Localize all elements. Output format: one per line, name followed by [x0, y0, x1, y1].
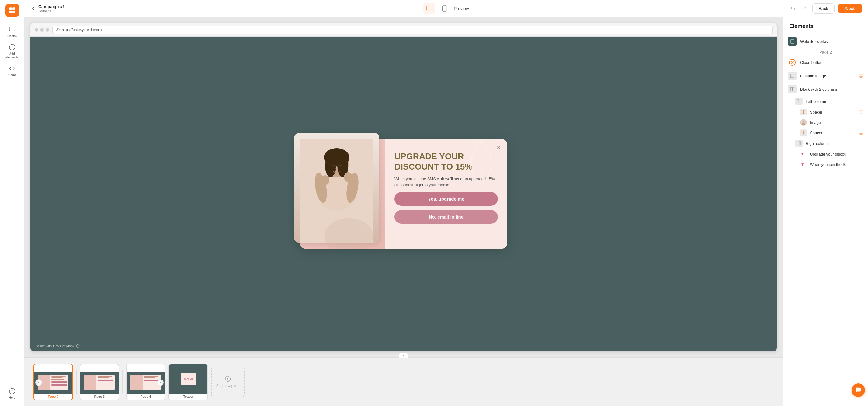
spacer-1-device-icon: [859, 110, 863, 114]
page-2-menu-btn[interactable]: ···: [67, 366, 70, 370]
back-btn[interactable]: Back: [812, 3, 835, 14]
sidebar-item-add-elements[interactable]: Add elements: [0, 41, 24, 62]
plus-circle-icon: [225, 376, 231, 382]
when-join-text-icon: T: [800, 161, 807, 168]
columns-icon-svg: [790, 87, 795, 92]
main-area: Campaign #1 Variant 1 Preview: [24, 0, 868, 406]
svg-rect-15: [442, 5, 446, 11]
page-2-thumb-header: ···: [34, 364, 72, 372]
svg-rect-43: [859, 111, 863, 113]
left-col-icon-svg: [797, 99, 801, 104]
text-icon-svg: T: [801, 151, 806, 156]
desktop-device-btn[interactable]: [423, 3, 435, 14]
block-columns-icon: [788, 85, 797, 93]
website-overlay-icon: [788, 37, 797, 46]
image-icon-svg: [790, 74, 795, 78]
element-floating-image[interactable]: Floating image: [783, 69, 868, 83]
mobile-device-btn[interactable]: [439, 3, 450, 14]
page-2-thumb[interactable]: ···: [33, 364, 73, 400]
browser-mockup: https://enter.your.domain ✕: [30, 23, 777, 351]
spacer-icon-svg: [801, 110, 806, 114]
page-4-nav-next[interactable]: [157, 379, 164, 386]
element-spacer-1[interactable]: Spacer: [783, 107, 868, 117]
add-elements-label: Add elements: [2, 52, 22, 59]
browser-bar: https://enter.your.domain: [30, 23, 777, 36]
undo-btn[interactable]: [788, 4, 798, 13]
page-2-section-label: Page 2: [783, 48, 868, 56]
sidebar-item-help[interactable]: Help: [6, 385, 18, 402]
back-nav-btn[interactable]: [30, 6, 36, 11]
page-4-label: Page 4: [126, 394, 165, 400]
element-left-column[interactable]: Left column: [783, 96, 868, 107]
svg-rect-2: [9, 11, 12, 13]
spacer-2-icon-svg: [801, 130, 806, 135]
block-2-columns-label: Block with 2 columns: [800, 87, 863, 92]
element-image[interactable]: Image: [783, 117, 868, 127]
page-3-thumb[interactable]: ···: [80, 364, 119, 400]
redo-btn[interactable]: [799, 4, 809, 13]
popup-secondary-btn[interactable]: No, email is fine: [395, 210, 498, 224]
page-4-thumb-image: [126, 372, 165, 394]
sidebar-item-code[interactable]: Code: [0, 62, 24, 80]
popup-headline: UPGRADE YOUR DISCOUNT TO 15%: [395, 151, 498, 172]
element-close-button[interactable]: ✕ Close button: [783, 56, 868, 69]
page-3-popup-mini: [84, 375, 115, 390]
upgrade-text-icon: T: [800, 151, 807, 157]
element-right-column[interactable]: Right column: [783, 138, 868, 149]
svg-rect-52: [799, 142, 801, 145]
undo-icon: [790, 6, 796, 11]
add-page-label: Add new page: [216, 384, 240, 388]
sidebar-item-display[interactable]: Display: [0, 23, 24, 41]
right-column-label: Right column: [806, 141, 863, 146]
page-3-menu-btn[interactable]: ···: [113, 366, 117, 370]
pages-toggle-btn[interactable]: [399, 353, 408, 357]
browser-url-bar[interactable]: https://enter.your.domain: [52, 26, 773, 34]
teaser-thumb[interactable]: TEASER Teaser: [168, 364, 208, 400]
panel-bottom-divider: [788, 171, 863, 171]
content-area: https://enter.your.domain ✕: [24, 17, 868, 406]
popup-close-btn[interactable]: ✕: [494, 143, 503, 152]
spacer-2-label: Spacer: [810, 130, 856, 135]
svg-rect-36: [859, 74, 863, 77]
popup-body-text: When you join the SMS club we'll send an…: [395, 176, 498, 188]
browser-dot-2: [40, 28, 44, 32]
page-3-label: Page 3: [80, 394, 119, 400]
popup-primary-btn[interactable]: Yes, upgrade me: [395, 192, 498, 206]
spacer-1-icon: [800, 109, 807, 115]
campaign-content: ✕: [30, 36, 777, 351]
topbar-title: Campaign #1 Variant 1: [38, 4, 65, 13]
back-chevron-icon: [30, 6, 36, 11]
element-spacer-2[interactable]: Spacer: [783, 127, 868, 138]
element-website-overlay[interactable]: Website overlay: [783, 35, 868, 48]
page-3-thumb-left: [84, 375, 96, 390]
website-overlay-label: Website overlay: [800, 39, 863, 44]
close-btn-icon: ✕: [788, 58, 797, 67]
page-4-menu-btn[interactable]: ···: [159, 366, 163, 370]
svg-rect-1: [12, 7, 15, 10]
floating-image: [294, 133, 379, 242]
page-2-nav-prev[interactable]: [35, 379, 42, 386]
page-4-thumb-header: ···: [126, 364, 165, 372]
page-4-popup-mini: [130, 375, 161, 390]
text2-icon-svg: T: [801, 162, 806, 167]
variant-name: Variant 1: [38, 9, 65, 13]
element-block-2-columns[interactable]: Block with 2 columns: [783, 83, 868, 96]
url-text: https://enter.your.domain: [62, 28, 101, 32]
svg-rect-0: [9, 7, 12, 10]
page-4-thumb-left: [130, 375, 143, 390]
page-2-popup-mini: [38, 375, 69, 390]
page-3-thumb-header: ···: [80, 364, 119, 372]
element-when-join-text[interactable]: T When you join the S...: [783, 159, 868, 170]
chat-button[interactable]: [851, 383, 865, 397]
campaign-name: Campaign #1: [38, 4, 65, 9]
topbar-right: Back Next: [788, 3, 862, 14]
mobile-icon: [441, 5, 448, 12]
page-4-thumb[interactable]: ···: [126, 364, 165, 400]
add-page-btn[interactable]: Add new page: [211, 367, 245, 397]
chevron-down-icon: [401, 353, 406, 357]
element-upgrade-text[interactable]: T Upgrade your discou...: [783, 149, 868, 159]
svg-point-28: [344, 172, 352, 182]
next-btn[interactable]: Next: [838, 4, 862, 13]
svg-text:T: T: [801, 152, 804, 156]
right-col-icon-svg: [797, 141, 801, 146]
